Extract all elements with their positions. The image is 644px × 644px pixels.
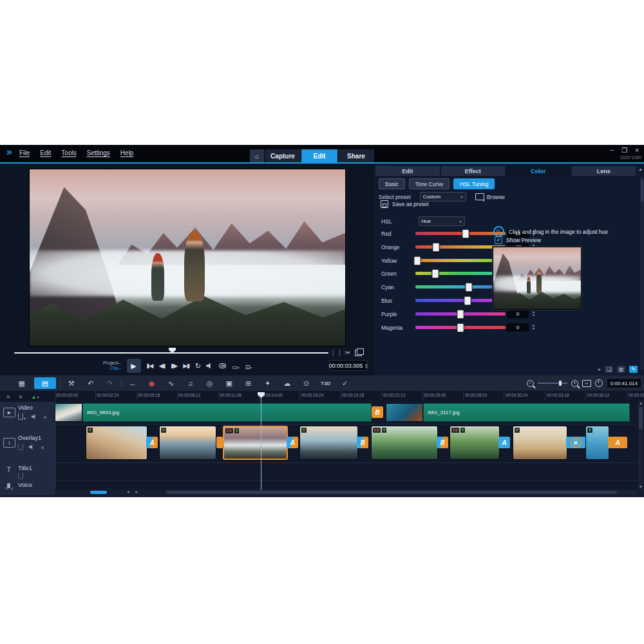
enlarge-preview-icon[interactable] — [355, 350, 362, 356]
transition-badge[interactable]: B — [357, 437, 368, 448]
subtab-basic[interactable]: Basic — [379, 178, 405, 189]
menu-settings[interactable]: Settings — [87, 149, 110, 156]
overlay-clip[interactable]: T — [513, 426, 567, 460]
purple-slider[interactable] — [415, 312, 506, 316]
menu-edit[interactable]: Edit — [40, 149, 51, 156]
minimize-button[interactable]: − — [610, 147, 614, 154]
add-track-icon[interactable]: ▲▾ — [32, 393, 39, 400]
play-button[interactable]: ▶ — [127, 359, 141, 373]
red-slider[interactable] — [415, 232, 506, 235]
ripple-edit-icon[interactable]: ↔ — [123, 379, 142, 387]
yellow-slider[interactable] — [415, 259, 506, 262]
customize-toolbar-icon[interactable]: ⚒ — [62, 379, 81, 388]
hscroll-thumb[interactable] — [166, 491, 617, 494]
blue-slider-handle[interactable] — [464, 296, 471, 305]
dual-pane-icon[interactable]: ❏ — [605, 366, 613, 373]
video-track-header[interactable]: ▶ Video ▾ ✳ — [0, 402, 55, 424]
track-list-icon[interactable]: ≡ — [6, 393, 10, 400]
overlay-clip[interactable]: FXT — [450, 426, 500, 460]
seek-bar[interactable] — [14, 352, 328, 354]
safe-area-icon[interactable]: ⊡▾ — [245, 360, 252, 372]
tab-edit-options[interactable]: Edit — [375, 166, 440, 176]
overlay-clip[interactable]: T — [159, 426, 216, 460]
cyan-slider-handle[interactable] — [465, 283, 472, 292]
speech-to-text-icon[interactable]: ☁ — [278, 379, 297, 388]
overlay-clip-selected[interactable]: FXT — [223, 426, 288, 460]
panel-scroll-up-icon[interactable]: ▲ — [638, 167, 643, 171]
transition-badge[interactable]: A — [498, 437, 510, 448]
hue-picker-icon[interactable] — [493, 226, 504, 237]
transition-badge[interactable]: A — [608, 437, 627, 448]
transition-badge[interactable]: B — [566, 437, 585, 448]
video-track[interactable]: IMG_9693.jpg B IMG_3117.jpg — [55, 402, 638, 424]
cyan-slider[interactable] — [415, 285, 506, 289]
tab-effect[interactable]: Effect — [441, 166, 506, 176]
link-clips-icon[interactable] — [18, 444, 23, 451]
transition-badge[interactable]: A — [287, 437, 298, 448]
zoom-out-icon[interactable]: − — [527, 380, 534, 387]
save-as-preset-button[interactable]: Save as preset — [381, 200, 429, 208]
close-button[interactable]: × — [635, 147, 639, 154]
collapse-arrow-icon[interactable]: ▸ — [598, 366, 601, 372]
tab-capture[interactable]: Capture — [265, 149, 301, 162]
tab-color[interactable]: Color — [506, 166, 571, 176]
split-clip-icon[interactable]: ✂ — [345, 349, 350, 356]
track-options-icon[interactable]: ≡ — [19, 393, 22, 400]
mark-out-icon[interactable]: ] — [339, 349, 341, 356]
link-clips-icon[interactable]: ▾ — [18, 413, 26, 421]
magenta-value[interactable]: 0 — [507, 323, 529, 332]
magenta-slider[interactable] — [415, 326, 506, 329]
voice-track[interactable] — [55, 480, 638, 490]
purple-value[interactable]: 0 — [507, 310, 529, 318]
overlay-clip[interactable]: T — [585, 426, 609, 460]
split-screen-template-icon[interactable]: ⊞ — [239, 379, 258, 388]
transition-badge[interactable] — [216, 437, 223, 448]
magenta-slider-handle[interactable] — [457, 323, 464, 332]
scroll-down-icon[interactable]: ▼ — [639, 485, 643, 489]
screen-size-icon[interactable]: ▭▾ — [232, 360, 240, 372]
overlay-clip[interactable]: T — [299, 426, 358, 460]
green-slider[interactable] — [415, 272, 506, 275]
video-clip[interactable]: IMG_3117.jpg — [423, 403, 630, 422]
vscroll-thumb[interactable] — [639, 407, 643, 429]
storyboard-view-icon[interactable]: ▦ — [12, 379, 32, 388]
scroll-right-icon[interactable]: ▸ — [136, 489, 138, 495]
browse-button[interactable]: Browse — [475, 193, 505, 200]
blue-slider[interactable] — [415, 299, 506, 302]
video-clip-thumbnail[interactable] — [386, 403, 423, 422]
prev-frame-icon[interactable]: ◀▮ — [158, 363, 165, 369]
timeline-zoom-slider[interactable] — [538, 383, 567, 384]
overlay-track[interactable]: T A T FXT A T B FXT B — [55, 424, 638, 463]
video-clip-thumbnail[interactable] — [55, 403, 82, 422]
end-frame-icon[interactable]: ▶▮ — [183, 363, 189, 369]
video-preview[interactable] — [29, 169, 346, 346]
redo-icon[interactable]: ↷ — [100, 379, 120, 388]
3d-title-icon[interactable]: T3D — [316, 381, 336, 386]
timeline-ruler[interactable]: 00:00:00:00 00:00:02:24 00:00:05:18 00:0… — [0, 391, 644, 401]
transition-badge[interactable]: A — [146, 437, 158, 448]
panel-grip[interactable]: ········ — [2, 165, 21, 167]
vertical-scrollbar[interactable]: ▲ ▼ — [638, 401, 643, 489]
menu-help[interactable]: Help — [120, 149, 134, 156]
magenta-spinner[interactable]: ▲▼ — [532, 324, 535, 330]
undo-icon[interactable]: ↶ — [81, 379, 100, 388]
library-pane-icon[interactable]: ▥ — [617, 366, 625, 373]
yellow-slider-handle[interactable] — [413, 256, 421, 265]
overlay-clip[interactable]: T — [86, 426, 147, 460]
preview-timecode[interactable]: 00:00:03.005 ▲▼ — [329, 360, 368, 371]
painting-creator-icon[interactable]: ✓ — [336, 379, 355, 388]
transition-badge[interactable]: B — [372, 406, 383, 418]
timeline-view-icon[interactable]: ▤ — [34, 377, 56, 389]
show-preview-checkbox[interactable]: ✓ — [495, 236, 502, 244]
toolbar-grip[interactable]: ···· — [1, 379, 11, 381]
track-disable-icon[interactable]: ✳ — [43, 415, 48, 421]
repeat-icon[interactable]: ↻ — [195, 362, 200, 370]
title-track[interactable] — [55, 462, 638, 480]
video-clip[interactable]: IMG_9693.jpg — [82, 403, 372, 422]
timecode-spinner[interactable]: ▲▼ — [365, 363, 368, 368]
purple-slider-handle[interactable] — [457, 310, 464, 319]
zoom-in-icon[interactable]: + — [571, 380, 578, 387]
batch-convert-icon[interactable]: ◎ — [200, 379, 220, 388]
playhead-line[interactable] — [261, 396, 261, 490]
tab-share[interactable]: Share — [338, 149, 374, 162]
